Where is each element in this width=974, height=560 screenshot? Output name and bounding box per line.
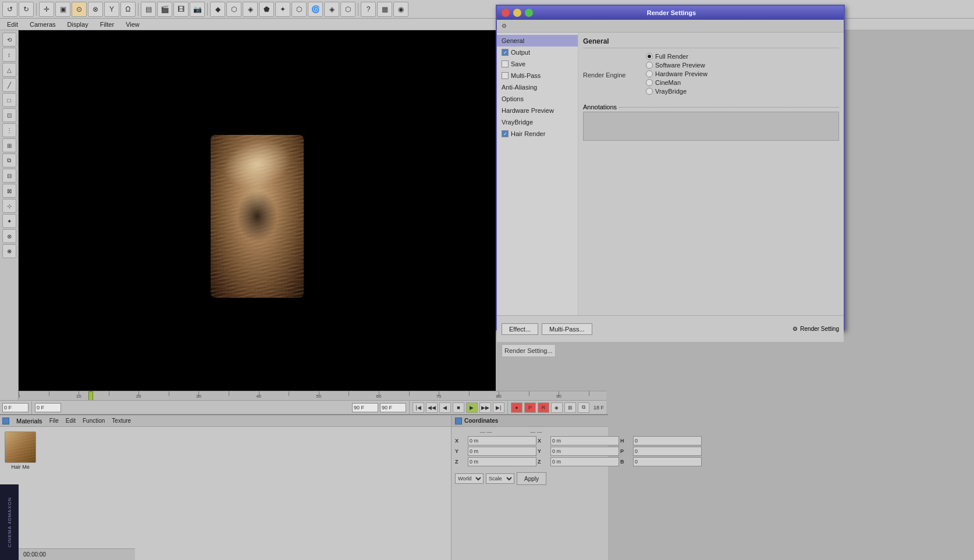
render-nav-multipass[interactable]: Multi-Pass <box>497 70 578 81</box>
render-title-bar[interactable]: Render Settings <box>497 6 844 20</box>
frame-current-input[interactable] <box>35 403 61 412</box>
sidebar-btn-5[interactable]: □ <box>2 93 16 107</box>
sidebar-btn-14[interactable]: ⊗ <box>2 229 16 243</box>
prim3[interactable]: ◈ <box>243 2 258 17</box>
render-nav-options[interactable]: Options <box>497 93 578 105</box>
sidebar-btn-13[interactable]: ✦ <box>2 214 16 228</box>
render-nav-hwpreview[interactable]: Hardware Preview <box>497 105 578 116</box>
frame-start-input[interactable] <box>2 403 29 412</box>
window-close-btn[interactable] <box>502 9 510 17</box>
camera-btn[interactable]: 📷 <box>190 2 205 17</box>
sidebar-btn-8[interactable]: ⊞ <box>2 138 16 152</box>
deform3[interactable]: ⬡ <box>340 2 356 17</box>
render-nav-antialiasing[interactable]: Anti-Aliasing <box>497 81 578 93</box>
viewport[interactable] <box>19 30 496 391</box>
undo-btn[interactable]: ↺ <box>2 2 17 17</box>
annotations-area[interactable] <box>583 112 839 141</box>
record-btn[interactable]: ● <box>511 402 522 413</box>
go-end-btn[interactable]: ▶| <box>493 402 504 413</box>
transform-mode-select[interactable]: Scale Rotate Move <box>486 473 514 484</box>
multipass-checkbox[interactable] <box>502 72 509 79</box>
menu-filter[interactable]: Filter <box>98 20 116 29</box>
step-back-btn[interactable]: ◀◀ <box>426 402 438 413</box>
step-fwd-btn[interactable]: ▶▶ <box>479 402 491 413</box>
render-setting-full-btn[interactable]: Render Setting... <box>502 344 556 357</box>
coord-h-scale[interactable] <box>633 436 702 445</box>
hairrender-checkbox[interactable]: ✓ <box>502 130 509 137</box>
render-nav-save[interactable]: Save <box>497 58 578 70</box>
play-back-btn[interactable]: ◀ <box>439 402 451 413</box>
sidebar-btn-1[interactable]: ⟲ <box>2 33 16 47</box>
render-nav-output[interactable]: ✓ Output <box>497 47 578 58</box>
coord-y-pos[interactable] <box>468 447 536 456</box>
prim5[interactable]: ✦ <box>275 2 290 17</box>
coord-x-rot[interactable] <box>550 436 619 445</box>
record-pos-btn[interactable]: P <box>524 402 536 413</box>
menu-cameras[interactable]: Cameras <box>27 20 58 29</box>
prim2[interactable]: ⬡ <box>226 2 241 17</box>
scale-btn[interactable]: Y <box>104 2 119 17</box>
deform1[interactable]: 🌀 <box>308 2 323 17</box>
radio-software-preview[interactable]: Software Preview <box>646 62 708 69</box>
menu-edit[interactable]: Edit <box>5 20 20 29</box>
sidebar-btn-10[interactable]: ⊟ <box>2 169 16 183</box>
record-rot-btn[interactable]: R <box>538 402 549 413</box>
effect-button[interactable]: Effect... <box>502 323 538 335</box>
deform2[interactable]: ◈ <box>324 2 339 17</box>
render-nav-vraybridge[interactable]: VrayBridge <box>497 116 578 128</box>
onion-btn[interactable]: ⧉ <box>578 402 589 413</box>
radio-vraybridge-engine[interactable]: VrayBridge <box>646 88 708 95</box>
timeline[interactable]: 0102030405060708090 <box>19 391 606 400</box>
render-nav-general[interactable]: General <box>497 35 578 47</box>
stop-btn[interactable]: ■ <box>453 402 464 413</box>
radio-full-render[interactable]: Full Render <box>646 53 708 60</box>
multipass-button[interactable]: Multi-Pass... <box>542 323 592 335</box>
materials-menu-texture[interactable]: Texture <box>112 418 131 424</box>
snap-btn[interactable]: ◉ <box>393 2 408 17</box>
redo-btn[interactable]: ↻ <box>19 2 34 17</box>
keyframe-btn[interactable]: ◈ <box>551 402 563 413</box>
playhead[interactable] <box>88 391 93 400</box>
fps-input[interactable] <box>352 403 378 412</box>
coord-z-rot[interactable] <box>550 457 619 466</box>
render-nav-hairrender[interactable]: ✓ Hair Render <box>497 128 578 140</box>
materials-menu-function[interactable]: Function <box>83 418 105 424</box>
window-maximize-btn[interactable] <box>525 9 533 17</box>
coord-z-pos[interactable] <box>468 457 536 466</box>
prim1[interactable]: ◆ <box>210 2 225 17</box>
sidebar-btn-4[interactable]: ╱ <box>2 78 16 92</box>
fps-display[interactable] <box>380 403 406 412</box>
materials-menu-file[interactable]: File <box>49 418 59 424</box>
rotate-btn[interactable]: ⊗ <box>88 2 103 17</box>
coord-system-select[interactable]: World Local Object <box>455 473 484 484</box>
menu-view[interactable]: View <box>123 20 142 29</box>
tool10[interactable]: 🎞 <box>173 2 189 17</box>
help-btn[interactable]: ? <box>361 2 376 17</box>
render-btn[interactable]: 🎬 <box>157 2 172 17</box>
materials-menu-edit[interactable]: Edit <box>66 418 76 424</box>
sidebar-btn-9[interactable]: ⧉ <box>2 154 16 167</box>
sidebar-btn-12[interactable]: ⊹ <box>2 199 16 213</box>
material-item[interactable]: Hair Me <box>5 431 36 470</box>
sidebar-btn-3[interactable]: △ <box>2 63 16 77</box>
coord-y-rot[interactable] <box>550 447 619 456</box>
prim4[interactable]: ⬟ <box>259 2 274 17</box>
sidebar-btn-11[interactable]: ⊠ <box>2 184 16 198</box>
radio-hardware-preview[interactable]: Hardware Preview <box>646 70 708 77</box>
tool7[interactable]: Ω <box>120 2 136 17</box>
sidebar-btn-15[interactable]: ❋ <box>2 244 16 258</box>
grid-btn[interactable]: ▦ <box>377 2 392 17</box>
sidebar-btn-2[interactable]: ↕ <box>2 48 16 62</box>
new-btn[interactable]: ✛ <box>39 2 54 17</box>
select-btn[interactable]: ▣ <box>55 2 70 17</box>
go-start-btn[interactable]: |◀ <box>413 402 424 413</box>
tool8[interactable]: ▤ <box>141 2 156 17</box>
output-checkbox[interactable]: ✓ <box>502 49 509 56</box>
motion-btn[interactable]: ⊞ <box>564 402 576 413</box>
radio-cineman[interactable]: CineMan <box>646 79 708 86</box>
coord-b-scale[interactable] <box>633 457 702 466</box>
play-btn[interactable]: ▶ <box>466 402 478 413</box>
coord-p-scale[interactable] <box>633 447 702 456</box>
sidebar-btn-6[interactable]: ⊡ <box>2 108 16 122</box>
apply-button[interactable]: Apply <box>517 472 546 485</box>
